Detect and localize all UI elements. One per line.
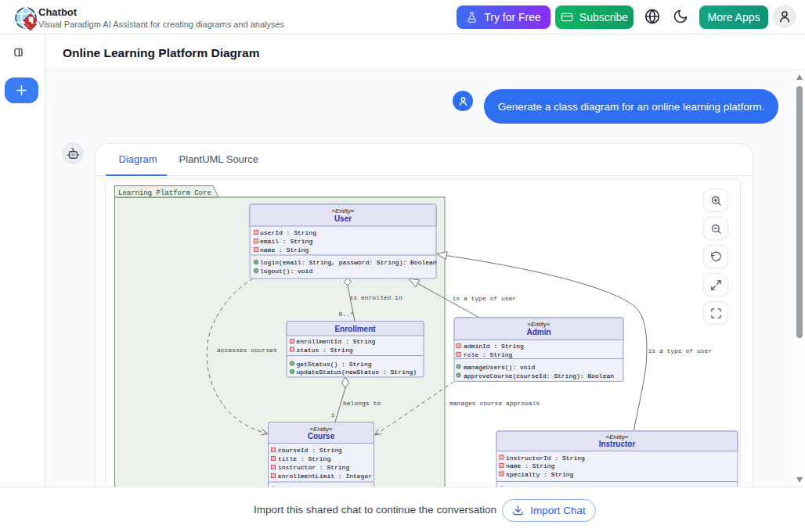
svg-text:is enrolled in: is enrolled in <box>350 294 402 301</box>
svg-text:«Entity»: «Entity» <box>528 321 551 328</box>
svg-text:courseId : String: courseId : String <box>278 447 342 454</box>
svg-text:«Entity»: «Entity» <box>332 207 355 214</box>
svg-text:manages course approvals: manages course approvals <box>449 400 540 407</box>
svg-text:role : String: role : String <box>464 351 513 358</box>
svg-text:login(email: String, password:: login(email: String, password: String): … <box>260 259 437 266</box>
svg-text:enrollmentId : String: enrollmentId : String <box>297 338 376 345</box>
svg-text:Admin: Admin <box>526 328 551 336</box>
svg-text:Instructor: Instructor <box>599 440 636 448</box>
svg-text:is a type of user: is a type of user <box>453 295 517 302</box>
svg-text:name : String: name : String <box>260 246 309 253</box>
svg-text:getStatus() : String: getStatus() : String <box>297 361 372 368</box>
svg-text:userId : String: userId : String <box>260 229 316 236</box>
svg-text:0..*: 0..* <box>339 311 354 318</box>
svg-text:instructorId : String: instructorId : String <box>506 455 585 462</box>
svg-text:User: User <box>334 214 352 223</box>
svg-text:accesses courses: accesses courses <box>217 347 277 354</box>
svg-text:belongs to: belongs to <box>343 400 381 407</box>
svg-text:enrollmentLimit : Integer: enrollmentLimit : Integer <box>278 473 372 480</box>
svg-text:instructor : String: instructor : String <box>278 464 349 471</box>
svg-text:name : String: name : String <box>506 462 555 469</box>
svg-text:Course: Course <box>308 432 335 440</box>
svg-text:Enrollment: Enrollment <box>334 325 376 333</box>
svg-text:updateStatus(newStatus : Strin: updateStatus(newStatus : String) <box>297 368 417 376</box>
svg-text:Learning Platform Core: Learning Platform Core <box>118 189 211 197</box>
svg-text:approveCourse(courseId: String: approveCourse(courseId: String): Boolean <box>464 372 614 379</box>
svg-text:logout(): void: logout(): void <box>260 268 312 275</box>
svg-text:manageUsers(): void: manageUsers(): void <box>464 364 535 371</box>
svg-text:1: 1 <box>331 412 335 419</box>
svg-text:status : String: status : String <box>297 347 353 354</box>
svg-text:adminId : String: adminId : String <box>464 343 524 350</box>
svg-text:title : String: title : String <box>278 455 330 462</box>
svg-text:is a type of user: is a type of user <box>648 347 713 354</box>
svg-text:email : String: email : String <box>260 238 312 245</box>
svg-text:specialty : String: specialty : String <box>506 471 574 478</box>
